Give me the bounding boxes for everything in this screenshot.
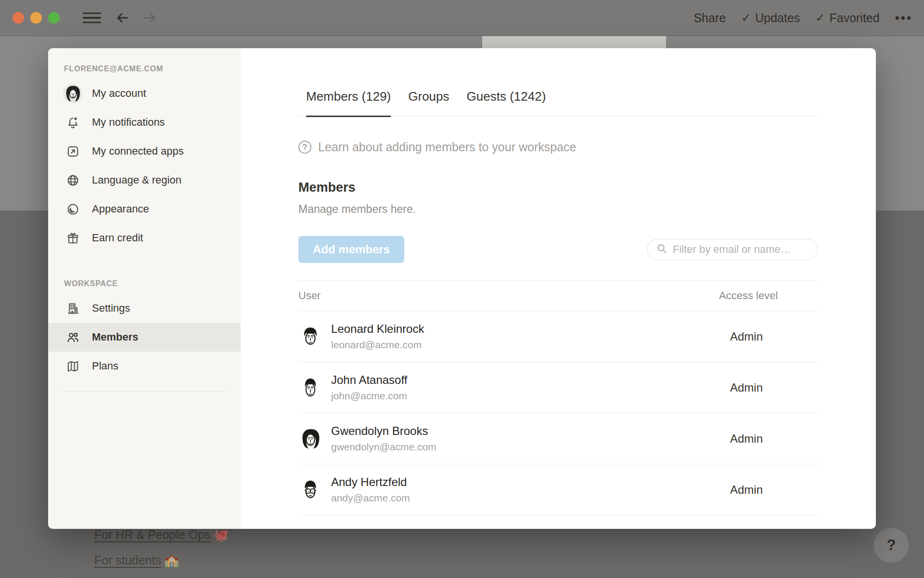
members-settings-panel: Members (129) Groups Guests (1242) ? Lea…: [241, 48, 876, 529]
member-avatar: [298, 376, 322, 400]
arrow-up-right-box-icon: [63, 142, 82, 161]
more-options-icon[interactable]: •••: [895, 11, 912, 26]
back-arrow-icon[interactable]: [114, 9, 131, 26]
zoom-window-button[interactable]: [48, 12, 60, 24]
globe-icon: [63, 171, 82, 190]
member-name: John Atanasoff: [331, 373, 407, 387]
table-row[interactable]: Gwendolyn Brooks gwendolyn@acme.com Admi…: [298, 413, 818, 464]
people-icon: [63, 328, 82, 347]
favorited-button[interactable]: ✓ Favorited: [815, 11, 879, 25]
member-email: andy@acme.com: [331, 492, 410, 504]
member-filter-input[interactable]: [673, 243, 809, 256]
members-tabs: Members (129) Groups Guests (1242): [298, 89, 818, 116]
dimmed-page-highlight-strip: [482, 36, 666, 49]
help-button[interactable]: ?: [873, 527, 909, 563]
help-circle-icon: ?: [298, 141, 311, 154]
member-name: Gwendolyn Brooks: [331, 424, 436, 438]
octopus-emoji: 🐙: [214, 528, 229, 542]
table-row[interactable]: Andy Hertzfeld andy@acme.com Admin: [298, 464, 818, 515]
settings-modal: FLORENCE@ACME.COM My account: [48, 48, 876, 529]
member-avatar: [298, 427, 322, 451]
settings-sidebar: FLORENCE@ACME.COM My account: [48, 48, 241, 529]
close-window-button[interactable]: [13, 12, 24, 24]
members-section-title: Members: [298, 180, 818, 195]
window-titlebar: Share ✓ Updates ✓ Favorited •••: [0, 0, 924, 36]
member-name: Leonard Kleinrock: [331, 322, 424, 336]
members-table-header: User Access level: [298, 280, 818, 311]
tab-members[interactable]: Members (129): [306, 89, 391, 116]
member-email: john@acme.com: [331, 390, 407, 402]
moon-icon: [63, 199, 82, 219]
sidebar-item-earn-credit[interactable]: Earn credit: [48, 223, 241, 252]
access-level-column-header: Access level: [719, 289, 818, 302]
table-row[interactable]: John Atanasoff john@acme.com Admin: [298, 362, 818, 413]
member-avatar: [298, 478, 322, 502]
traffic-lights: [13, 12, 60, 24]
member-filter-field[interactable]: [647, 239, 818, 260]
sidebar-item-my-account[interactable]: My account: [48, 79, 241, 108]
updates-button[interactable]: ✓ Updates: [741, 11, 800, 25]
member-email: leonard@acme.com: [331, 339, 424, 351]
sidebar-item-members[interactable]: Members: [48, 323, 241, 352]
sidebar-item-my-notifications[interactable]: My notifications: [48, 108, 241, 137]
access-level-value[interactable]: Admin: [719, 381, 763, 394]
workspace-section-header: WORKSPACE: [64, 279, 241, 288]
access-level-value[interactable]: Admin: [719, 483, 763, 496]
sidebar-item-language-region[interactable]: Language & region: [48, 166, 241, 195]
check-icon: ✓: [741, 11, 751, 25]
school-emoji: 🏫: [164, 553, 179, 567]
members-section-subtitle: Manage members here.: [298, 203, 818, 216]
member-email: gwendolyn@acme.com: [331, 441, 436, 453]
share-button[interactable]: Share: [693, 11, 726, 25]
for-students-link[interactable]: For students🏫: [94, 553, 229, 567]
minimize-window-button[interactable]: [30, 12, 42, 24]
tab-guests[interactable]: Guests (1242): [467, 89, 546, 116]
sidebar-item-settings[interactable]: Settings: [48, 294, 241, 323]
add-members-button[interactable]: Add members: [298, 236, 404, 263]
forward-arrow-icon[interactable]: [141, 9, 159, 26]
sidebar-menu-icon[interactable]: [83, 13, 101, 24]
dimmed-page-links: For HR & People Ops🐙 For students🏫: [94, 528, 229, 578]
members-table: User Access level Leon: [298, 280, 818, 515]
access-level-value[interactable]: Admin: [719, 330, 763, 343]
map-icon: [63, 356, 82, 376]
user-column-header: User: [298, 289, 719, 302]
sidebar-item-plans[interactable]: Plans: [48, 352, 241, 381]
access-level-value[interactable]: Admin: [719, 432, 763, 445]
sidebar-item-my-connected-apps[interactable]: My connected apps: [48, 137, 241, 166]
table-row[interactable]: Leonard Kleinrock leonard@acme.com Admin: [298, 311, 818, 362]
tab-groups[interactable]: Groups: [408, 89, 449, 116]
account-section-header: FLORENCE@ACME.COM: [64, 65, 241, 73]
florence-avatar: [63, 84, 82, 103]
bell-icon: [63, 113, 82, 132]
sidebar-item-appearance[interactable]: Appearance: [48, 195, 241, 223]
check-icon: ✓: [815, 11, 825, 25]
member-name: Andy Hertzfeld: [331, 475, 410, 489]
sidebar-divider: [63, 391, 227, 392]
learn-about-members-link[interactable]: ? Learn about adding members to your wor…: [298, 140, 818, 154]
building-icon: [63, 299, 82, 318]
for-hr-people-ops-link[interactable]: For HR & People Ops🐙: [94, 528, 229, 542]
question-mark-icon: ?: [887, 537, 896, 554]
gift-icon: [63, 228, 82, 248]
search-icon: [656, 243, 667, 256]
member-avatar: [298, 325, 322, 349]
